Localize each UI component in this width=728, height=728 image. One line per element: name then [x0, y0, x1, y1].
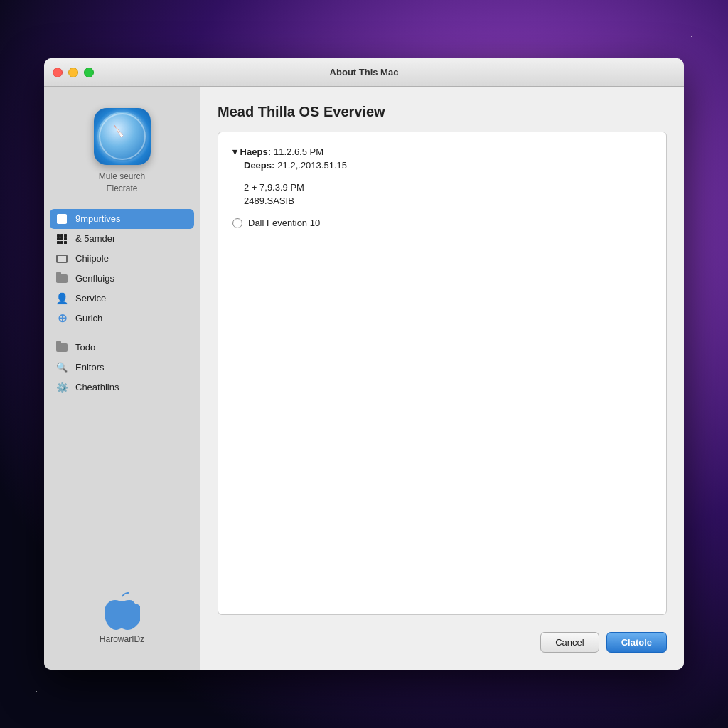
haeps-value: 11.2.6.5 PM — [274, 146, 323, 157]
sidebar-item-cheathiins[interactable]: ⚙️ Cheathiins — [44, 378, 200, 397]
about-mac-window: About This Mac Mule seurch Elecrate — [44, 58, 684, 670]
window-body: Mule seurch Elecrate 9mpurtives — [44, 87, 684, 670]
radio-row: Dall Fevention 10 — [232, 218, 652, 228]
person-icon: 👤 — [55, 292, 68, 305]
deeps-label: Deeps: — [244, 160, 274, 171]
sidebar-item-chiipole[interactable]: Chiipole — [44, 249, 200, 269]
window-controls — [53, 68, 94, 77]
maximize-button[interactable] — [84, 68, 94, 77]
row3-value: 2 + 7,9.3.9 PM — [244, 182, 304, 193]
footer-buttons: Cancel Clatole — [218, 629, 667, 653]
close-button[interactable] — [53, 68, 63, 77]
hardware-label: HarowarIDz — [100, 634, 144, 644]
radio-button[interactable] — [232, 218, 242, 228]
sidebar-item-genfluigs[interactable]: Genfluigs — [44, 269, 200, 289]
cancel-button[interactable]: Cancel — [540, 632, 599, 653]
compass — [97, 112, 147, 161]
row3: 2 + 7,9.3.9 PM — [244, 182, 652, 193]
monitor-icon — [55, 252, 68, 265]
sidebar-item-impurtives[interactable]: 9mpurtives — [50, 209, 194, 229]
haeps-label: ▾ Haeps: — [232, 146, 271, 157]
window-title: About This Mac — [330, 67, 399, 77]
folder-icon-2 — [55, 341, 68, 354]
row4: 2489.SASIB — [244, 196, 652, 206]
info-box: ▾ Haeps: 11.2.6.5 PM Deeps: 21.2,.2013.5… — [218, 132, 667, 615]
search-icon: 🔍 — [55, 361, 68, 374]
main-content: Mead Thilla OS Everview ▾ Haeps: 11.2.6.… — [200, 87, 684, 670]
primary-button[interactable]: Clatole — [606, 632, 667, 653]
deeps-value: 21.2,.2013.51.15 — [277, 160, 347, 171]
app-name: Mule seurch Elecrate — [99, 171, 145, 195]
folder-icon — [55, 272, 68, 285]
app-icon — [94, 108, 151, 165]
sidebar-hardware: HarowarIDz — [44, 579, 200, 655]
apple-logo-svg — [105, 591, 140, 630]
main-title: Mead Thilla OS Everview — [218, 104, 667, 120]
sidebar-item-samder[interactable]: & 5amder — [44, 229, 200, 249]
sidebar-item-todo[interactable]: Todo — [44, 338, 200, 358]
info-section-haeps: ▾ Haeps: 11.2.6.5 PM Deeps: 21.2,.2013.5… — [232, 146, 652, 171]
plus-circle-icon: ⊕ — [55, 312, 68, 325]
minimize-button[interactable] — [68, 68, 78, 77]
sidebar-item-enitors[interactable]: 🔍 Enitors — [44, 358, 200, 378]
titlebar: About This Mac — [44, 58, 684, 87]
sidebar-item-gurich[interactable]: ⊕ Gurich — [44, 309, 200, 328]
grid-icon — [55, 232, 68, 245]
deeps-row: Deeps: 21.2,.2013.51.15 — [232, 160, 652, 171]
blue-square-icon — [55, 213, 68, 225]
radio-label: Dall Fevention 10 — [248, 218, 320, 228]
info-section-extra: 2 + 7,9.3.9 PM 2489.SASIB — [232, 182, 652, 206]
gear-icon: ⚙️ — [55, 381, 68, 394]
haeps-row: ▾ Haeps: 11.2.6.5 PM — [232, 146, 652, 157]
row4-value: 2489.SASIB — [244, 196, 294, 206]
sidebar: Mule seurch Elecrate 9mpurtives — [44, 87, 200, 670]
sidebar-logo: Mule seurch Elecrate — [44, 101, 200, 209]
sidebar-divider — [53, 333, 191, 333]
sidebar-item-service[interactable]: 👤 Service — [44, 289, 200, 309]
